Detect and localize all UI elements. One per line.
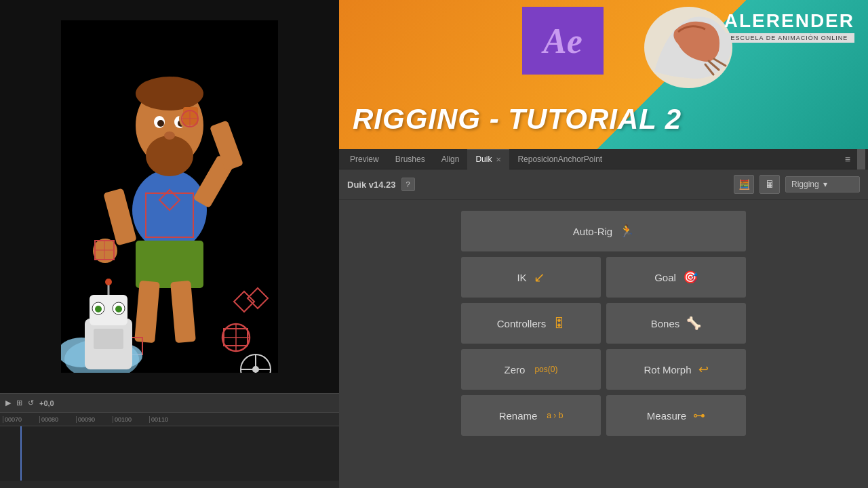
left-panel: ▶ ⊞ ↺ +0,0 00070 00080 00090 00100 00110 [0, 0, 339, 488]
ik-label: IK [517, 272, 526, 283]
panel-icon-btn-1[interactable]: 🧮 [734, 175, 754, 194]
logo-main: ALERENDER [724, 10, 854, 32]
character-svg [61, 20, 278, 373]
panel-header: Duik v14.23 ? 🧮 🖩 Rigging ▾ [339, 169, 868, 200]
svg-point-37 [252, 366, 259, 373]
bones-label: Bones [651, 318, 680, 329]
bones-button[interactable]: Bones 🦴 [606, 303, 746, 344]
ik-icon: ↙ [534, 269, 545, 285]
tab-menu-button[interactable]: ≡ [840, 154, 856, 165]
rot-morph-icon: ↩ [698, 362, 709, 377]
svg-point-48 [105, 279, 112, 285]
banner-creature [641, 3, 736, 92]
mode-select[interactable]: Rigging ▾ [785, 176, 860, 192]
svg-point-46 [115, 306, 122, 312]
svg-rect-49 [94, 329, 123, 349]
svg-point-45 [95, 306, 102, 312]
ruler-mark-5: 00110 [149, 416, 186, 423]
rot-morph-button[interactable]: Rot Morph ↩ [606, 349, 746, 390]
mode-label: Rigging [791, 180, 819, 189]
timeline-ctrl-icon-3[interactable]: ↺ [28, 399, 34, 407]
rename-sublabel: a › b [547, 411, 563, 420]
timeline-area: ▶ ⊞ ↺ +0,0 00070 00080 00090 00100 00110 [0, 393, 339, 488]
ruler-mark-1: 00070 [3, 416, 39, 423]
ruler-mark-4: 00100 [113, 416, 149, 423]
zero-sublabel: pos(0) [534, 365, 557, 374]
tab-align[interactable]: Align [433, 149, 468, 169]
mode-dropdown-icon: ▾ [823, 180, 827, 189]
timeline-ruler: 00070 00080 00090 00100 00110 [0, 413, 339, 426]
banner-title: RIGGING - TUTORIAL 2 [353, 103, 682, 136]
rot-morph-label: Rot Morph [644, 364, 691, 375]
measure-button[interactable]: Measure ⊶ [606, 395, 746, 436]
goal-button[interactable]: Goal 🎯 [606, 257, 746, 298]
svg-rect-10 [136, 241, 203, 288]
timeline-tracks [0, 426, 339, 481]
svg-rect-21 [183, 107, 198, 125]
button-grid: Auto-Rig 🏃 IK ↙ Goal 🎯 Controllers 🎛 Bon… [448, 200, 760, 447]
measure-icon: ⊶ [693, 408, 705, 423]
zero-label: Zero [505, 364, 526, 375]
tab-reposition[interactable]: ReposicionAnchorPoint [509, 149, 610, 169]
timeline-ctrl-icon-1[interactable]: ▶ [5, 399, 11, 407]
ruler-mark-2: 00080 [39, 416, 76, 423]
timeline-controls: ▶ ⊞ ↺ +0,0 [0, 394, 339, 413]
duik-panel: Preview Brushes Align Duik ✕ ReposicionA… [339, 149, 868, 488]
svg-point-9 [164, 131, 175, 140]
svg-point-4 [146, 136, 193, 176]
zero-button[interactable]: Zero pos(0) [461, 349, 601, 390]
banner-logo-text: ALERENDER ESCUELA DE ANIMACIÓN ONLINE [724, 10, 854, 43]
tab-preview[interactable]: Preview [342, 149, 387, 169]
svg-point-3 [136, 77, 203, 110]
controllers-label: Controllers [497, 318, 547, 329]
tab-duik[interactable]: Duik ✕ [467, 149, 509, 169]
tab-bar: Preview Brushes Align Duik ✕ ReposicionA… [339, 149, 868, 169]
playhead [20, 426, 22, 481]
auto-rig-icon: 🏃 [619, 224, 634, 239]
logo-sub: ESCUELA DE ANIMACIÓN ONLINE [724, 33, 854, 43]
measure-label: Measure [647, 410, 686, 422]
right-panel: Ae ALERENDER ESCUELA DE ANIMACIÓN ONLINE… [339, 0, 868, 488]
ruler-mark-3: 00090 [76, 416, 113, 423]
panel-icon-btn-2[interactable]: 🖩 [760, 175, 780, 194]
auto-rig-label: Auto-Rig [573, 226, 612, 237]
bones-icon: 🦴 [686, 316, 701, 331]
tab-brushes[interactable]: Brushes [387, 149, 433, 169]
timeline-time: +0,0 [39, 399, 54, 407]
rename-button[interactable]: Rename a › b [461, 395, 601, 436]
goal-icon: 🎯 [683, 270, 698, 285]
controllers-icon: 🎛 [553, 317, 565, 331]
svg-point-7 [157, 120, 164, 127]
tab-duik-close[interactable]: ✕ [496, 156, 501, 163]
ruler-marks: 00070 00080 00090 00100 00110 [3, 416, 186, 423]
panel-version: Duik v14.23 [347, 180, 396, 190]
banner-ae-logo: Ae [522, 7, 604, 75]
panel-resize-handle[interactable] [857, 149, 865, 169]
controllers-button[interactable]: Controllers 🎛 [461, 303, 601, 344]
ik-button[interactable]: IK ↙ [461, 257, 601, 298]
auto-rig-button[interactable]: Auto-Rig 🏃 [461, 211, 746, 251]
top-banner: Ae ALERENDER ESCUELA DE ANIMACIÓN ONLINE… [339, 0, 868, 149]
canvas-area [0, 0, 339, 393]
goal-label: Goal [654, 272, 676, 283]
timeline-ctrl-icon-2[interactable]: ⊞ [16, 399, 22, 407]
rename-label: Rename [499, 410, 538, 422]
help-button[interactable]: ? [401, 178, 415, 191]
